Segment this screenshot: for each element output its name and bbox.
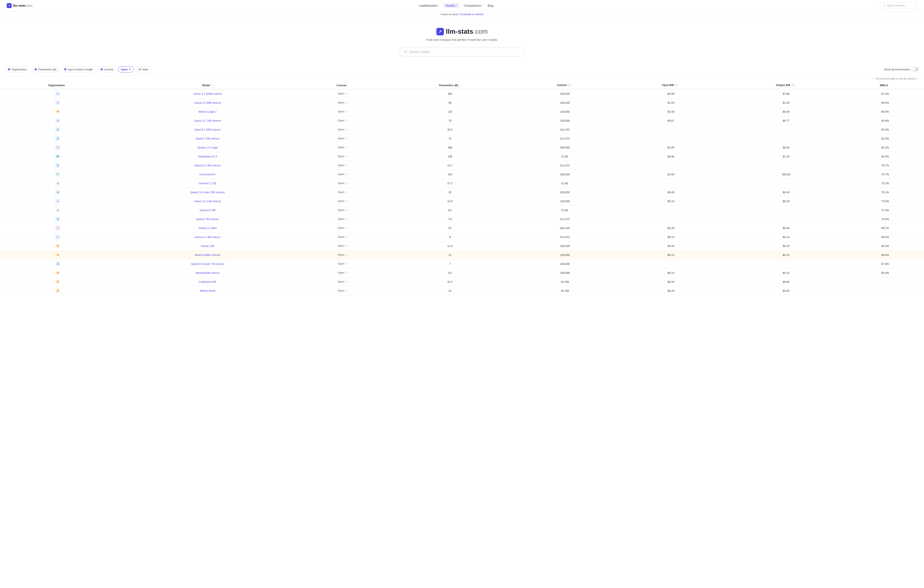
col-context[interactable]: Context ⓘ ↕: [514, 81, 616, 89]
cell-output-price: $0.43: [726, 188, 846, 197]
col-input-price[interactable]: Input $/M ⓘ ↕: [616, 81, 726, 89]
cell-model[interactable]: Llama 3.1 8B Instruct: [116, 233, 300, 241]
hero-title: llm-stats.com: [446, 28, 488, 35]
cell-model[interactable]: Llama 3.1 70B Instruct: [116, 116, 300, 125]
cell-org: —: [0, 224, 116, 233]
filter-open[interactable]: Open ✕: [118, 66, 134, 73]
model-link[interactable]: Llama 3.2 90B Instruct: [194, 101, 221, 104]
model-link[interactable]: Jamba 1.5 Large: [197, 146, 218, 149]
model-link[interactable]: Qwen2 72B Instruct: [196, 137, 219, 140]
cell-model[interactable]: Qwen2 7B Instruct: [116, 215, 300, 224]
show-benchmarks-label: Show all benchmarks: [884, 68, 910, 71]
col-parameters[interactable]: Parameters (B) ↕: [386, 81, 514, 89]
model-link[interactable]: Ministral 8B Instruct: [196, 271, 219, 274]
cell-model[interactable]: Gemma 2 27B: [116, 179, 300, 188]
model-link[interactable]: Command R+: [199, 173, 216, 176]
cell-model[interactable]: Gemma 2 9B: [116, 206, 300, 215]
model-link[interactable]: DeepSeek-V2.5: [198, 155, 217, 158]
nav-blog[interactable]: Blog: [488, 4, 493, 7]
cell-model[interactable]: Mistral Small: [116, 286, 300, 295]
filter-parameters[interactable]: ⊕ Parameters (B): [31, 66, 59, 73]
cell-model[interactable]: Llama 3.2 11B Instruct: [116, 197, 300, 206]
cell-params: 72: [386, 134, 514, 143]
cell-output-price: $0.15: [726, 241, 846, 251]
cell-output-price: $0.14: [726, 233, 846, 241]
nav-models[interactable]: Models ▾: [444, 3, 459, 8]
cell-output-price: -: [726, 179, 846, 188]
cell-mmlu: 65.0%: [846, 268, 924, 277]
model-link[interactable]: Jamba 1.5 Mini: [198, 226, 217, 230]
cell-model[interactable]: Command R+: [116, 170, 300, 179]
cell-model[interactable]: Ministral 8B Instruct: [116, 268, 300, 277]
license-info-icon: ⓘ: [346, 101, 348, 104]
cell-model[interactable]: Llama 3.1 405B Instruct: [116, 89, 300, 98]
site-logo[interactable]: ↗ llm-stats.com: [7, 3, 33, 8]
cell-model[interactable]: Qwen2.5-Coder 32B Instruct: [116, 188, 300, 197]
col-output-price[interactable]: Output $/M ⓘ ↕: [726, 81, 846, 89]
table-row: C+ Command R+ Open ⓘ 104 128,000 $3.00 $…: [0, 170, 924, 179]
table-row: M Mistral Small Open ⓘ 22 32,768 $0.20 $…: [0, 286, 924, 295]
cell-org: G: [0, 206, 116, 215]
cell-model[interactable]: Mistral NeMo Instruct: [116, 251, 300, 259]
col-model[interactable]: Model ↕: [116, 81, 300, 89]
org-icon: ∞: [55, 91, 60, 96]
model-link[interactable]: Gemma 2 9B: [200, 209, 216, 212]
model-link[interactable]: Qwen2.5-Coder 32B Instruct: [190, 191, 224, 194]
cell-model[interactable]: DeepSeek-V2.5: [116, 152, 300, 161]
cell-params: 32: [386, 188, 514, 197]
site-name: llm-stats.com: [13, 4, 33, 7]
filter-view[interactable]: ⊞ View: [136, 66, 150, 73]
cell-params: 12: [386, 251, 514, 259]
cell-model[interactable]: Qwen2 72B Instruct: [116, 134, 300, 143]
model-link[interactable]: Mistral Large 2: [199, 110, 216, 113]
model-link[interactable]: Mistral Small: [200, 289, 215, 292]
model-link[interactable]: Qwen2.5 14B Instruct: [195, 164, 221, 167]
cell-model[interactable]: Jamba 1.5 Large: [116, 143, 300, 152]
cell-mmlu: 87.3%: [846, 89, 924, 98]
benchmarks-toggle[interactable]: [911, 67, 919, 71]
col-organization[interactable]: Organization ↕: [0, 81, 116, 89]
model-link[interactable]: Mistral NeMo Instruct: [195, 253, 220, 256]
github-link[interactable]: Contribute on GitHub: [460, 13, 483, 16]
model-link[interactable]: Qwen2.5-Coder 7B Instruct: [191, 263, 224, 266]
cell-context: 128,000: [514, 107, 616, 116]
model-link[interactable]: Qwen2.5 32B Instruct: [195, 128, 221, 131]
nav-leaderboards[interactable]: Leaderboards ▾: [419, 4, 439, 7]
model-link[interactable]: Llama 3.1 70B Instruct: [194, 119, 221, 122]
model-link[interactable]: Llama 3.2 11B Instruct: [194, 200, 221, 203]
license-info-icon: ⓘ: [346, 173, 348, 175]
cell-input-price: -: [616, 179, 726, 188]
cell-model[interactable]: Jamba 1.5 Mini: [116, 224, 300, 233]
filter-license[interactable]: ⊕ License: [97, 66, 116, 73]
filter-organization[interactable]: ⊕ Organization: [5, 66, 30, 73]
model-link[interactable]: Qwen2 7B Instruct: [196, 218, 219, 221]
table-row: Q Qwen2.5 32B Instruct Open ⓘ 32.5 131,0…: [0, 125, 924, 134]
model-link[interactable]: Llama 3.1 405B Instruct: [193, 92, 222, 95]
cell-model[interactable]: Qwen2.5-Coder 7B Instruct: [116, 259, 300, 268]
nav-comparisons[interactable]: Comparisons ▾: [464, 4, 483, 7]
filter-context[interactable]: ⊕ Input Context Length: [61, 66, 96, 73]
model-link[interactable]: Codestral-22B: [199, 280, 216, 283]
cell-input-price: $0.95: [616, 152, 726, 161]
cell-org: M: [0, 107, 116, 116]
cell-license: Open ⓘ: [300, 233, 386, 241]
cell-model[interactable]: Codestral-22B: [116, 277, 300, 286]
license-info-icon: ⓘ: [346, 209, 348, 211]
cell-model[interactable]: Qwen2.5 14B Instruct: [116, 161, 300, 170]
cell-model[interactable]: Mistral Large 2: [116, 107, 300, 116]
cell-params: 7.6: [386, 215, 514, 224]
model-link[interactable]: Gemma 2 27B: [199, 182, 216, 185]
cell-input-price: $0.15: [616, 241, 726, 251]
col-mmlu[interactable]: MMLU ↕: [846, 81, 924, 89]
cell-output-price: $0.15: [726, 251, 846, 259]
cell-model[interactable]: Pixtral-12B: [116, 241, 300, 251]
col-license[interactable]: License ↕: [300, 81, 386, 89]
cell-org: M: [0, 241, 116, 251]
cell-output-price: $0.10: [726, 268, 846, 277]
model-link[interactable]: Llama 3.1 8B Instruct: [195, 236, 220, 239]
model-link[interactable]: Pixtral-12B: [201, 244, 214, 248]
nav-search[interactable]: Search models...: [880, 3, 917, 8]
hero-search[interactable]: Search models...: [399, 47, 525, 56]
cell-model[interactable]: Qwen2.5 32B Instruct: [116, 125, 300, 134]
cell-model[interactable]: Llama 3.2 90B Instruct: [116, 98, 300, 107]
